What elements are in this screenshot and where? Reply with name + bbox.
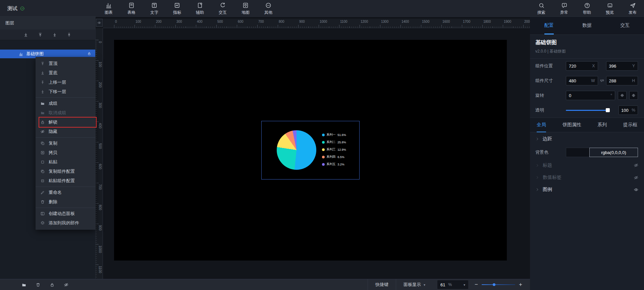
panel-display-dropdown[interactable]: 面板显示 ▾ [396, 279, 433, 290]
title-visibility-toggle[interactable] [634, 163, 639, 168]
design-canvas[interactable]: 系列一51.6%系列二25.8%系列三12.9%系列四6.5%系列五3.2% [114, 40, 507, 261]
toolbar-item-charts[interactable]: 图表 [97, 0, 120, 17]
position-y-input[interactable]: 396 Y [606, 61, 638, 71]
position-x-input[interactable]: 720 X [566, 61, 598, 71]
tab-config[interactable]: 配置 [530, 17, 568, 34]
zoom-in-button[interactable]: + [517, 281, 524, 288]
ruler-label: 1900 [504, 20, 511, 23]
menu-item-duplicate[interactable]: 拷贝 [36, 148, 96, 157]
menu-item-paste[interactable]: 粘贴 [36, 157, 96, 167]
tab-interaction[interactable]: 交互 [606, 17, 644, 34]
ruler-tick [196, 25, 196, 28]
preview-button[interactable]: 预览 [598, 0, 621, 17]
toolbar-item-indicators[interactable]: 指标 [166, 0, 189, 17]
zoom-slider-handle[interactable] [493, 283, 495, 286]
menu-item-move-up[interactable]: 上移一层 [36, 78, 96, 87]
exception-button[interactable]: 异常 [553, 0, 576, 17]
subtab-global[interactable]: 全局 [537, 118, 546, 132]
size-height-input[interactable]: 288 H [606, 76, 638, 85]
legend-visibility-toggle[interactable] [634, 187, 639, 192]
toolbar-item-tables[interactable]: 表格 [120, 0, 143, 17]
opacity-slider-handle[interactable] [606, 108, 610, 112]
legend-swatch [322, 134, 325, 136]
ruler-tick [96, 162, 99, 163]
toolbar-item-text[interactable]: 文字 [143, 0, 166, 17]
background-color-picker[interactable]: rgba(0,0,0,0) [566, 148, 638, 157]
layer-lock-icon[interactable] [87, 51, 91, 57]
bring-to-front-icon[interactable] [38, 32, 43, 38]
toolbar-item-map[interactable]: 地图 [234, 0, 257, 17]
ruler-tick [380, 25, 380, 28]
legend-label: 系列二 [326, 140, 335, 144]
menu-item-add-to-widgets[interactable]: 添加到我的部件 [36, 218, 96, 228]
opacity-value-input[interactable]: 100 % [619, 105, 638, 115]
subtab-series[interactable]: 系列 [597, 118, 607, 132]
indicator-icon [174, 2, 180, 9]
v-ruler-ticks [96, 40, 97, 279]
help-button[interactable]: 帮助 [576, 0, 598, 17]
flip-vertical-icon [631, 93, 636, 98]
menu-item-paste-config[interactable]: 粘贴组件配置 [36, 176, 96, 186]
size-width-input[interactable]: 480 W [566, 76, 598, 85]
ruler-tick [421, 25, 421, 28]
publish-button[interactable]: 发布 [621, 0, 644, 17]
toolbar-item-interaction[interactable]: 交互 [211, 0, 234, 17]
menu-item-copy-config[interactable]: 复制组件配置 [36, 167, 96, 176]
flip-vertical-button[interactable] [629, 91, 638, 100]
color-swatch[interactable] [566, 148, 589, 157]
title-section-header[interactable]: 标题 [530, 159, 644, 171]
tab-data[interactable]: 数据 [568, 17, 606, 34]
menu-item-hide[interactable]: 隐藏 [36, 127, 96, 136]
background-color-row: 背景色 rgba(0,0,0,0) [530, 146, 644, 159]
toolbar-item-auxiliary[interactable]: 辅助 [189, 0, 211, 17]
ruler-label: 800 [279, 20, 284, 23]
legend-item: 系列四6.5% [322, 153, 346, 161]
legend-swatch [322, 156, 325, 158]
rotation-input[interactable]: 0 ° [566, 91, 615, 100]
value-label-visibility-toggle[interactable] [634, 175, 639, 180]
eye-off-icon[interactable] [64, 282, 69, 287]
guides-toggle-button[interactable] [96, 19, 103, 27]
menu-item-create-dynamic-panel[interactable]: 创建动态面板 [36, 209, 96, 218]
table-icon [128, 2, 135, 9]
legend-section-header[interactable]: 图例 [530, 184, 644, 196]
menu-item-pin-top[interactable]: 置顶 [36, 59, 96, 68]
folder-icon[interactable] [21, 282, 26, 287]
opacity-slider[interactable] [566, 110, 609, 111]
move-up-layer-icon[interactable] [66, 32, 72, 38]
zoom-level-dropdown[interactable]: 61 % ▾ [437, 280, 468, 289]
ruler-tick [298, 25, 299, 28]
zoom-out-button[interactable]: − [473, 281, 480, 288]
eye-off-icon [634, 163, 639, 168]
margin-section-header[interactable]: 边距 [530, 132, 644, 146]
value-label-section-header[interactable]: 数值标签 [530, 171, 644, 184]
trash-icon[interactable] [36, 282, 41, 287]
menu-item-move-down[interactable]: 下移一层 [36, 87, 96, 96]
menu-item-pin-bottom[interactable]: 置底 [36, 68, 96, 78]
shortcuts-button[interactable]: 快捷键 [368, 279, 396, 290]
ruler-tick [96, 244, 99, 244]
aspect-link-toggle[interactable] [598, 78, 606, 83]
selected-component[interactable]: 系列一51.6%系列二25.8%系列三12.9%系列四6.5%系列五3.2% [261, 121, 360, 180]
menu-item-rename[interactable]: 重命名 [36, 188, 96, 197]
menu-item-group[interactable]: 成组 [36, 99, 96, 108]
project-title-group: 测试 [7, 0, 25, 17]
ruler-label: 500 [217, 20, 223, 23]
move-down-layer-icon[interactable] [52, 32, 57, 38]
subtab-pie-properties[interactable]: 饼图属性 [562, 118, 581, 132]
search-button[interactable]: 搜索 [530, 0, 553, 17]
paste-icon [40, 160, 45, 164]
menu-item-copy[interactable]: 复制 [36, 139, 96, 148]
menu-item-unlock[interactable]: 解锁 [36, 118, 96, 127]
send-to-back-icon[interactable] [23, 32, 29, 38]
ruler-label: 500 [98, 143, 102, 149]
menu-item-delete[interactable]: 删除 [36, 197, 96, 207]
eye-off-icon [40, 129, 45, 134]
folder-icon [40, 101, 45, 106]
canvas-scroll-area[interactable]: 系列一51.6%系列二25.8%系列三12.9%系列四6.5%系列五3.2% [103, 28, 530, 279]
flip-horizontal-button[interactable] [618, 91, 627, 100]
toolbar-item-other[interactable]: 其他 [257, 0, 280, 17]
lock-icon[interactable] [50, 282, 55, 287]
subtab-tooltip[interactable]: 提示框 [623, 118, 637, 132]
zoom-slider[interactable] [482, 284, 515, 285]
